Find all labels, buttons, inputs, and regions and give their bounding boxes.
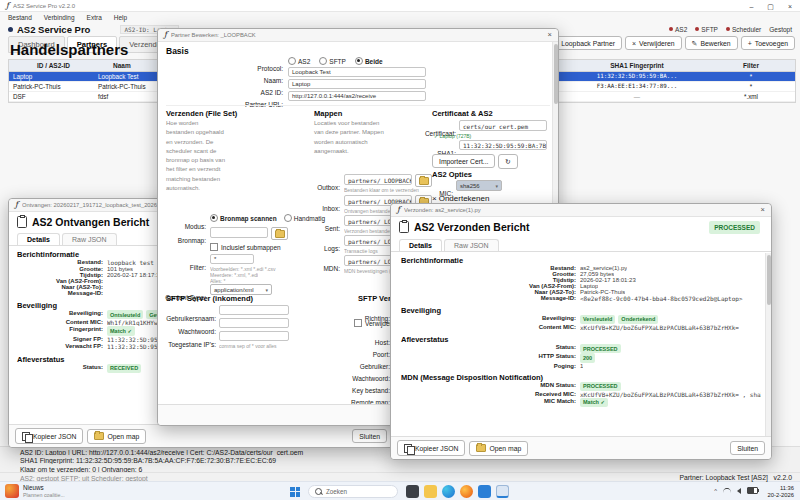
edit-partner-button[interactable]: ✎Bewerken	[685, 36, 738, 50]
menu-extra[interactable]: Extra	[87, 14, 102, 21]
copy-json-button[interactable]: Kopieer JSON	[15, 428, 83, 444]
bronmap-input[interactable]	[210, 227, 268, 238]
red-dot-icon	[726, 27, 730, 31]
open-map-button[interactable]: Open map	[469, 441, 528, 456]
maximize-icon[interactable]: ▢	[767, 3, 774, 10]
sent-label: Sent:	[298, 217, 340, 235]
mic-row: Content MIC:xKcUfVB+KZU/boZ6uFPXaLBzPACU…	[401, 324, 761, 331]
close-icon[interactable]: ×	[788, 3, 792, 10]
open-map-button[interactable]: Open map	[87, 429, 146, 444]
vertical-scrollbar[interactable]	[765, 253, 771, 437]
folder-icon	[275, 230, 285, 238]
tray-expand-icon[interactable]: ^	[714, 488, 717, 494]
close-icon[interactable]: ×	[761, 206, 765, 214]
processed-badge: PROCESSED	[709, 221, 760, 234]
ips-hint: comma sep of * voor alles	[219, 343, 277, 349]
status-badge: Match ✓	[107, 326, 135, 335]
search-icon	[315, 488, 322, 495]
vscode-icon[interactable]	[478, 485, 491, 498]
certificaat-input[interactable]: certs/our_cert.pem	[459, 120, 547, 131]
tab-raw-json[interactable]: Raw JSON	[444, 239, 499, 251]
explorer-icon[interactable]	[424, 485, 437, 498]
taskbar: NieuwsPlannen coalitie... Zoeken ^ 11:36…	[0, 481, 800, 500]
wachtwoord-input[interactable]	[219, 318, 289, 328]
volume-icon	[737, 488, 741, 494]
gebruikersnaam-input[interactable]	[219, 305, 289, 315]
naam-input[interactable]: Loopback Test	[288, 67, 426, 77]
desktop: ƒ AS2 Service Pro v2.2.0 – ▢ × Bestand V…	[0, 0, 800, 500]
col-naam[interactable]: Naam	[113, 62, 131, 69]
app-icon: ƒ	[164, 31, 167, 39]
partner-url-input[interactable]: http://127.0.0.1:444/as2/receive	[288, 91, 426, 101]
menu-help[interactable]: Help	[114, 14, 127, 21]
edge-icon[interactable]	[442, 485, 455, 498]
col-filter[interactable]: Filter	[707, 62, 795, 69]
firefox-icon[interactable]	[460, 485, 473, 498]
radio-sftp[interactable]: SFTP	[319, 57, 346, 65]
sent-dialog-title: Verzonden: as2_service(1).py	[404, 207, 757, 213]
toegestane-ips-input[interactable]	[219, 331, 289, 341]
close-icon[interactable]: ×	[548, 31, 552, 39]
system-tray[interactable]: ^	[714, 487, 758, 494]
task-view-icon[interactable]	[406, 485, 419, 498]
radio-as2[interactable]: AS2	[288, 57, 310, 65]
status-badge: PROCESSED	[580, 382, 621, 391]
start-button[interactable]	[290, 487, 300, 497]
col-sha1[interactable]: SHA1 Fingerprint	[557, 62, 717, 69]
sluiten-button[interactable]: Sluiten	[352, 429, 387, 443]
red-dot-icon	[695, 27, 699, 31]
news-widget-icon	[5, 484, 19, 498]
logs-label: Logs:	[298, 237, 340, 255]
status-badge: 200	[580, 353, 595, 362]
mdn-match-row: MIC Match:Match ✓	[401, 398, 761, 407]
scrollbar-thumb[interactable]	[767, 255, 771, 305]
filter-input[interactable]: *	[210, 254, 254, 264]
refresh-icon: ↻	[505, 158, 511, 166]
radio-beide[interactable]: Beide	[355, 57, 383, 65]
copy-json-button[interactable]: Kopieer JSON	[397, 440, 465, 456]
mdn-mic-row: Received MIC:xKcUfVB+KZU/boZ6uFPXaLBzPAC…	[401, 391, 761, 398]
menu-bestand[interactable]: Bestand	[8, 14, 32, 21]
taskbar-clock[interactable]: 11:36 20-2-2026	[768, 485, 794, 499]
indicator-as2: AS2	[669, 26, 687, 33]
news-widget[interactable]: NieuwsPlannen coalitie...	[5, 484, 65, 498]
protocol-radios: AS2 SFTP Beide	[288, 57, 383, 65]
taskbar-search[interactable]: Zoeken	[308, 485, 398, 498]
tab-details[interactable]: Details	[17, 233, 60, 245]
bronmap-label: Bronmap:	[166, 229, 206, 247]
mic-select[interactable]: sha256▾	[456, 180, 502, 191]
tab-raw-json[interactable]: Raw JSON	[62, 233, 117, 245]
minimize-icon[interactable]: –	[749, 3, 753, 10]
bronmap-browse-button[interactable]	[271, 227, 288, 240]
sent-dialog-header: AS2 Verzonden Bericht PROCESSED	[391, 217, 771, 236]
submappen-checkbox[interactable]: Inclusief submappen	[210, 243, 281, 251]
add-partner-button[interactable]: +Toevoegen	[741, 36, 795, 50]
status-indicators: AS2 SFTP Scheduler Gestopt	[669, 26, 792, 33]
col-id[interactable]: ID / AS2-ID	[37, 62, 70, 69]
wifi-icon	[723, 488, 731, 494]
folder-icon	[476, 444, 486, 452]
partner-dialog-titlebar[interactable]: ƒ Partner Bewerken: _LOOPBACK ×	[158, 29, 558, 42]
importeer-cert-button[interactable]: Importeer Cert...	[432, 154, 495, 168]
sha1-input[interactable]: 11:32:32:5D:95:59:BA:7B:5A:A	[459, 140, 547, 150]
radio-bronmap-scannen[interactable]: Bronmap scannen	[210, 214, 277, 222]
main-titlebar[interactable]: ƒ AS2 Service Pro v2.2.0	[0, 0, 800, 12]
as2id-input[interactable]: Laptop	[288, 79, 426, 89]
outbox-label: Outbox:	[298, 176, 340, 194]
tab-details[interactable]: Details	[399, 239, 442, 251]
menu-verbinding[interactable]: Verbinding	[44, 14, 75, 21]
chevron-down-icon: ▾	[495, 183, 498, 189]
ondertekenen-toggle[interactable]: ×Ondertekenen	[432, 194, 489, 203]
radio-selected-icon	[355, 57, 363, 65]
status-badge: Match ✓	[580, 398, 608, 407]
sent-dialog-titlebar[interactable]: ƒ Verzonden: as2_service(1).py ×	[391, 204, 771, 217]
sluiten-button[interactable]: Sluiten	[730, 441, 765, 455]
status-badge: Ondertekend	[618, 315, 658, 324]
clock-time: 11:36	[768, 485, 794, 492]
scrollbar-thumb[interactable]	[554, 44, 558, 104]
cert-refresh-button[interactable]: ↻	[498, 154, 518, 169]
active-app-icon[interactable]	[496, 485, 509, 498]
outbox-input[interactable]: partners/_LOOPBACK/outbox	[344, 174, 412, 185]
delete-partner-button[interactable]: ×Verwijderen	[625, 36, 682, 50]
mappen-desc: Locaties voor bestanden van deze partner…	[314, 119, 386, 156]
